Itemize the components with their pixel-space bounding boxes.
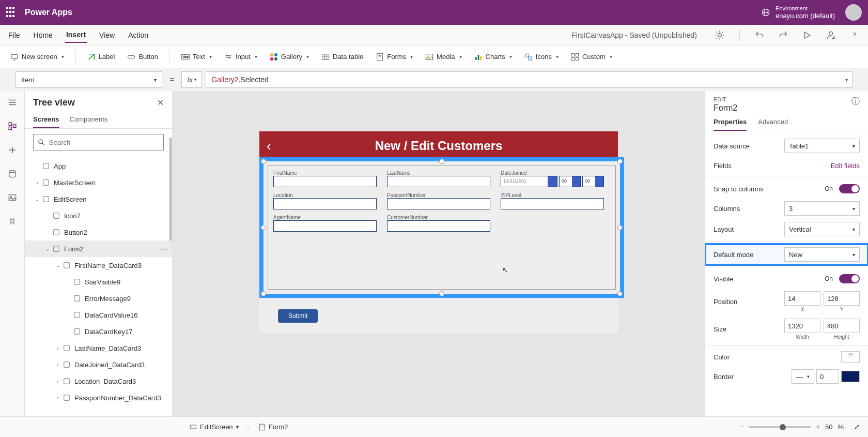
- insert-custom-button[interactable]: Custom: [568, 51, 615, 63]
- location-input[interactable]: [273, 198, 377, 209]
- fit-to-screen-icon[interactable]: ⤢: [854, 423, 860, 431]
- calendar-icon[interactable]: [548, 176, 557, 187]
- menu-action[interactable]: Action: [127, 28, 149, 42]
- share-icon[interactable]: [825, 29, 837, 41]
- resize-handle[interactable]: [261, 225, 266, 230]
- tree-item[interactable]: ErrorMessage9: [25, 290, 172, 307]
- user-avatar[interactable]: [845, 4, 862, 21]
- tab-screens[interactable]: Screens: [33, 111, 59, 128]
- border-width-input[interactable]: 0: [816, 369, 839, 384]
- formula-input[interactable]: Gallery2.Selected▾: [206, 71, 853, 88]
- tree-item[interactable]: Button2: [25, 224, 172, 240]
- insert-gallery-button[interactable]: Gallery: [267, 51, 312, 63]
- menu-insert[interactable]: Insert: [65, 27, 87, 43]
- help-icon[interactable]: [848, 29, 861, 41]
- insert-icons-button[interactable]: Icons: [521, 51, 562, 63]
- tree-item[interactable]: ⌄Form2⋯: [25, 240, 172, 257]
- undo-icon[interactable]: [753, 29, 766, 41]
- expand-formula-icon[interactable]: ▾: [845, 77, 848, 83]
- fx-button[interactable]: fx▾: [181, 71, 202, 88]
- date-input[interactable]: 12/31/2001: [501, 176, 557, 187]
- property-selector[interactable]: Item▾: [16, 71, 162, 88]
- tree-search-input[interactable]: [49, 139, 159, 146]
- resize-handle[interactable]: [439, 159, 444, 164]
- visible-toggle[interactable]: [839, 274, 860, 283]
- firstname-input[interactable]: [273, 176, 377, 187]
- redo-icon[interactable]: [777, 29, 789, 41]
- breadcrumb-form[interactable]: Form2: [255, 421, 292, 432]
- insert-forms-button[interactable]: Forms: [373, 51, 416, 63]
- tree-item[interactable]: ›MasterScreen: [25, 174, 172, 191]
- tree-item[interactable]: DataCardValue16: [25, 307, 172, 323]
- border-color-swatch[interactable]: [841, 371, 860, 382]
- passport-input[interactable]: [387, 198, 490, 209]
- default-mode-select[interactable]: New▾: [784, 247, 860, 262]
- media-rail-icon[interactable]: [6, 191, 19, 204]
- new-screen-button[interactable]: New screen: [7, 51, 67, 63]
- resize-handle[interactable]: [617, 225, 623, 230]
- tree-item[interactable]: DataCardKey17: [25, 323, 172, 340]
- layout-select[interactable]: Vertical▾: [784, 222, 860, 236]
- add-icon[interactable]: [6, 144, 19, 156]
- tree-view-icon[interactable]: [6, 120, 19, 132]
- environment-picker[interactable]: Environment enayu.com (default): [761, 5, 835, 20]
- insert-media-button[interactable]: Media: [422, 51, 464, 63]
- hour-select[interactable]: 00: [559, 176, 581, 187]
- tree-search[interactable]: [33, 134, 164, 150]
- position-y-input[interactable]: 128: [824, 291, 860, 306]
- resize-handle[interactable]: [617, 291, 623, 296]
- more-icon[interactable]: ⋯: [161, 245, 168, 253]
- insert-label-button[interactable]: Label: [84, 51, 118, 63]
- insert-button-button[interactable]: Button: [124, 51, 161, 63]
- data-icon[interactable]: [6, 168, 19, 180]
- tree-item[interactable]: ›LastName_DataCard3: [25, 340, 172, 356]
- tab-components[interactable]: Components: [70, 111, 108, 128]
- help-small-icon[interactable]: ⓘ: [851, 96, 860, 107]
- form-selection[interactable]: FirstName LastName DateJoined12/31/20010…: [259, 157, 624, 298]
- menu-file[interactable]: File: [7, 28, 21, 42]
- canvas-area[interactable]: ‹ New / Edit Customers FirstName LastNam…: [173, 91, 705, 416]
- columns-select[interactable]: 3▾: [784, 201, 860, 216]
- close-panel-icon[interactable]: ✕: [157, 98, 164, 108]
- resize-handle[interactable]: [261, 159, 266, 164]
- insert-input-button[interactable]: Input: [221, 51, 260, 63]
- insert-charts-button[interactable]: Charts: [471, 51, 515, 63]
- size-height-input[interactable]: 480: [824, 319, 860, 333]
- tools-icon[interactable]: [6, 215, 19, 228]
- tree-item[interactable]: Icon7: [25, 207, 172, 224]
- zoom-out-button[interactable]: −: [740, 423, 744, 431]
- zoom-in-button[interactable]: +: [816, 423, 820, 431]
- submit-button[interactable]: Submit: [278, 309, 318, 323]
- breadcrumb-screen[interactable]: EditScreen▾: [186, 421, 242, 432]
- datasource-select[interactable]: Table1▾: [784, 139, 860, 153]
- tab-properties[interactable]: Properties: [714, 118, 747, 131]
- scrollbar-thumb[interactable]: [169, 138, 172, 241]
- edit-fields-link[interactable]: Edit fields: [831, 162, 860, 170]
- resize-handle[interactable]: [261, 291, 266, 296]
- agentname-input[interactable]: [273, 220, 377, 232]
- zoom-slider[interactable]: [749, 426, 811, 428]
- tree-item[interactable]: ⌄FirstName_DataCard3: [25, 257, 172, 274]
- position-x-input[interactable]: 14: [784, 291, 820, 306]
- tree-item[interactable]: ›Location_DataCard3: [25, 373, 172, 389]
- tree-item[interactable]: StarVisible9: [25, 274, 172, 290]
- border-style-select[interactable]: —▾: [792, 369, 814, 384]
- app-checker-icon[interactable]: [714, 29, 726, 41]
- waffle-icon[interactable]: [6, 7, 17, 18]
- insert-datatable-button[interactable]: Data table: [318, 51, 366, 63]
- menu-view[interactable]: View: [98, 28, 116, 42]
- hamburger-icon[interactable]: [6, 96, 19, 109]
- color-swatch[interactable]: ⟳: [841, 351, 860, 363]
- snap-toggle[interactable]: [839, 184, 860, 193]
- viplevel-input[interactable]: [501, 198, 604, 209]
- minute-select[interactable]: 00: [582, 176, 604, 187]
- resize-handle[interactable]: [439, 291, 444, 296]
- play-icon[interactable]: [801, 29, 813, 41]
- back-icon[interactable]: ‹: [267, 138, 271, 154]
- menu-home[interactable]: Home: [33, 28, 54, 42]
- customernumber-input[interactable]: [387, 220, 490, 232]
- tab-advanced[interactable]: Advanced: [758, 118, 788, 131]
- resize-handle[interactable]: [617, 159, 623, 164]
- tree-item[interactable]: ›DateJoined_DataCard3: [25, 356, 172, 373]
- tree-item[interactable]: ›PassportNumber_DataCard3: [25, 389, 172, 406]
